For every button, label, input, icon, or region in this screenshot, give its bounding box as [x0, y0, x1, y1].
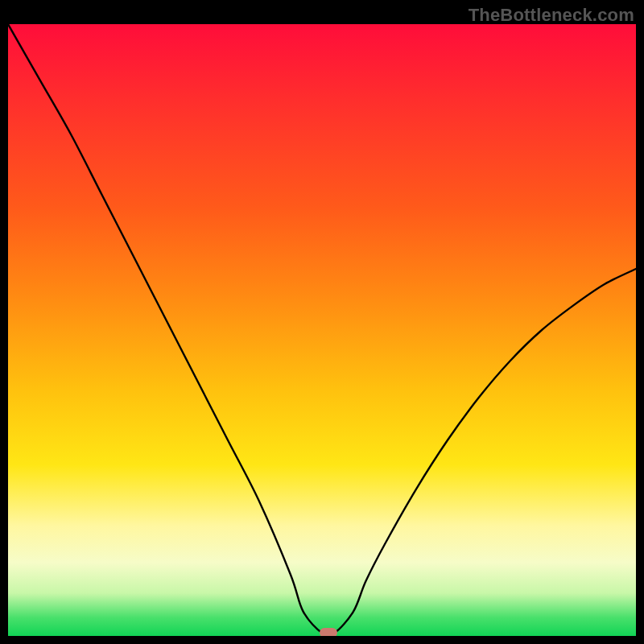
bottleneck-curve [8, 24, 636, 636]
chart-frame: TheBottleneck.com [0, 0, 644, 644]
watermark-text: TheBottleneck.com [469, 5, 634, 26]
plot-area [8, 24, 636, 636]
optimal-point-marker [320, 628, 337, 636]
